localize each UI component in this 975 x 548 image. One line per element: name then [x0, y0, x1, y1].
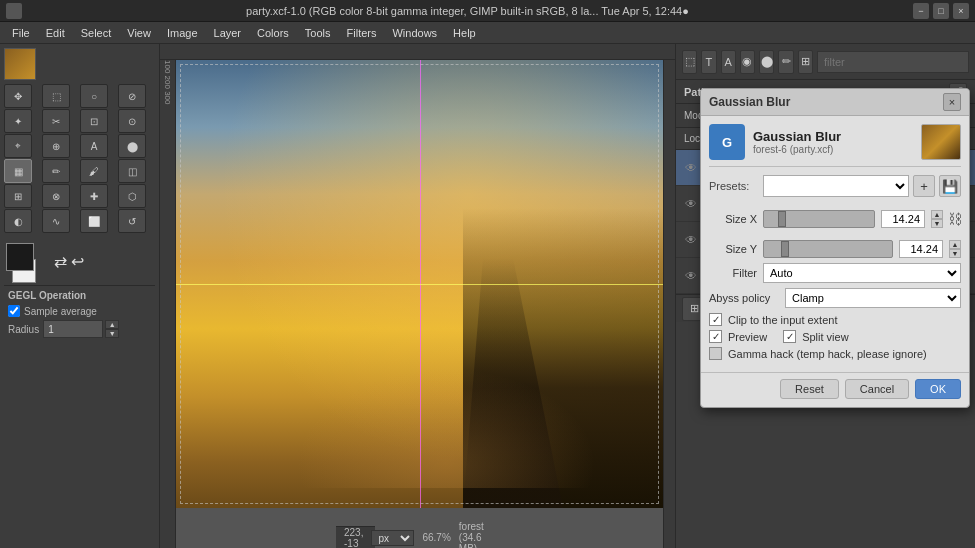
filter-icon-1[interactable]: ⬚ — [682, 50, 697, 74]
menu-file[interactable]: File — [4, 25, 38, 41]
radius-input[interactable] — [43, 320, 103, 338]
tool-measure[interactable]: ⌖ — [4, 134, 32, 158]
split-view-label[interactable]: Split view — [802, 331, 848, 343]
vertical-scrollbar[interactable] — [663, 60, 675, 548]
menu-layer[interactable]: Layer — [206, 25, 250, 41]
preview-splitview-row: ✓ Preview ✓ Split view — [709, 330, 961, 347]
filter-select[interactable]: Auto IIR RLE — [763, 263, 961, 283]
tool-eraser[interactable]: ◫ — [118, 159, 146, 183]
ruler-top: 250 500 750 1000 — [160, 44, 675, 60]
tool-rotate[interactable]: ↺ — [118, 209, 146, 233]
layer-eye-sky[interactable]: 👁 — [682, 195, 700, 213]
tool-dodge[interactable]: ◐ — [4, 209, 32, 233]
presets-label: Presets: — [709, 180, 759, 192]
tool-paintbrush[interactable]: 🖌 — [80, 159, 108, 183]
reset-button[interactable]: Reset — [780, 379, 839, 399]
tool-crop[interactable]: ⬜ — [80, 209, 108, 233]
close-window-button[interactable]: × — [953, 3, 969, 19]
dialog-body: G Gaussian Blur forest-6 (party.xcf) Pre… — [701, 116, 969, 372]
presets-save-button[interactable]: 💾 — [939, 175, 961, 197]
canvas-viewport[interactable] — [176, 60, 663, 508]
tool-clone[interactable]: ⊗ — [42, 184, 70, 208]
size-y-down-arrow[interactable]: ▼ — [949, 249, 961, 258]
presets-select[interactable] — [763, 175, 909, 197]
menu-select[interactable]: Select — [73, 25, 120, 41]
preview-checkbox[interactable]: ✓ — [709, 330, 722, 343]
menu-colors[interactable]: Colors — [249, 25, 297, 41]
unit-select[interactable]: px mm — [371, 530, 414, 546]
filter-icon-6[interactable]: ✏ — [778, 50, 793, 74]
filter-row: Filter Auto IIR RLE — [709, 263, 961, 283]
filter-search-input[interactable] — [817, 51, 969, 73]
size-y-up-arrow[interactable]: ▲ — [949, 240, 961, 249]
ok-button[interactable]: OK — [915, 379, 961, 399]
menu-edit[interactable]: Edit — [38, 25, 73, 41]
filter-icon-3[interactable]: A — [721, 50, 736, 74]
gamma-checkbox-row: Gamma hack (temp hack, please ignore) — [709, 347, 961, 360]
color-area: ⇄ ↩ — [4, 241, 155, 281]
tool-text[interactable]: A — [80, 134, 108, 158]
tool-bucket[interactable]: ⬤ — [118, 134, 146, 158]
menu-tools[interactable]: Tools — [297, 25, 339, 41]
chain-link-icon[interactable]: ⛓ — [949, 203, 961, 235]
menu-image[interactable]: Image — [159, 25, 206, 41]
menu-windows[interactable]: Windows — [384, 25, 445, 41]
filter-icon-7[interactable]: ⊞ — [798, 50, 813, 74]
filter-icon-5[interactable]: ⬤ — [759, 50, 774, 74]
menu-view[interactable]: View — [119, 25, 159, 41]
foreground-color-swatch[interactable] — [6, 243, 34, 271]
menu-help[interactable]: Help — [445, 25, 484, 41]
tool-scissors[interactable]: ✂ — [42, 109, 70, 133]
filter-icon-4[interactable]: ◉ — [740, 50, 755, 74]
size-x-down-arrow[interactable]: ▼ — [931, 219, 943, 228]
minimize-button[interactable]: − — [913, 3, 929, 19]
sample-average-checkbox[interactable] — [8, 305, 20, 317]
filter-iconbar: ⬚ T A ◉ ⬤ ✏ ⊞ — [676, 44, 975, 80]
radius-spinner: ▲ ▼ — [43, 320, 119, 338]
size-y-input[interactable] — [899, 240, 943, 258]
tool-perspective[interactable]: ⬡ — [118, 184, 146, 208]
radius-down-arrow[interactable]: ▼ — [105, 329, 119, 338]
tool-fuzzy-select[interactable]: ✦ — [4, 109, 32, 133]
size-x-input[interactable] — [881, 210, 925, 228]
tool-paths[interactable]: ⊡ — [80, 109, 108, 133]
layer-eye-forest[interactable]: 👁 — [682, 159, 700, 177]
size-y-slider[interactable] — [763, 240, 893, 258]
radius-up-arrow[interactable]: ▲ — [105, 320, 119, 329]
dialog-close-button[interactable]: × — [943, 93, 961, 111]
preview-label[interactable]: Preview — [728, 331, 767, 343]
gamma-checkbox[interactable] — [709, 347, 722, 360]
gamma-label[interactable]: Gamma hack (temp hack, please ignore) — [728, 348, 927, 360]
tool-heal[interactable]: ✚ — [80, 184, 108, 208]
size-x-row: Size X ▲ ▼ ⛓ — [709, 203, 961, 235]
dialog-titlebar: Gaussian Blur × — [701, 89, 969, 116]
tool-airbrush[interactable]: ⊞ — [4, 184, 32, 208]
size-x-slider[interactable] — [763, 210, 875, 228]
layer-eye-sky1[interactable]: 👁 — [682, 231, 700, 249]
clip-checkbox[interactable]: ✓ — [709, 313, 722, 326]
reset-colors-icon[interactable]: ↩ — [71, 252, 84, 271]
presets-add-button[interactable]: + — [913, 175, 935, 197]
menu-filters[interactable]: Filters — [339, 25, 385, 41]
canvas-area[interactable]: 250 500 750 1000 100 200 300 — [160, 44, 675, 548]
layer-eye-background[interactable]: 👁 — [682, 267, 700, 285]
abyss-policy-select[interactable]: Clamp None Loop — [785, 288, 961, 308]
filter-icon-2[interactable]: T — [701, 50, 716, 74]
split-view-checkbox-row: ✓ Split view — [783, 330, 848, 343]
tool-free-select[interactable]: ⊘ — [118, 84, 146, 108]
swap-colors-icon[interactable]: ⇄ — [54, 252, 67, 271]
presets-row: Presets: + 💾 — [709, 175, 961, 197]
tool-smudge[interactable]: ∿ — [42, 209, 70, 233]
maximize-button[interactable]: □ — [933, 3, 949, 19]
split-view-checkbox[interactable]: ✓ — [783, 330, 796, 343]
size-x-up-arrow[interactable]: ▲ — [931, 210, 943, 219]
tool-pencil[interactable]: ✏ — [42, 159, 70, 183]
tool-rect-select[interactable]: ⬚ — [42, 84, 70, 108]
cancel-button[interactable]: Cancel — [845, 379, 909, 399]
tool-zoom[interactable]: ⊕ — [42, 134, 70, 158]
tool-ellipse-select[interactable]: ○ — [80, 84, 108, 108]
clip-label[interactable]: Clip to the input extent — [728, 314, 837, 326]
tool-color-picker[interactable]: ⊙ — [118, 109, 146, 133]
tool-gradient[interactable]: ▦ — [4, 159, 32, 183]
tool-move[interactable]: ✥ — [4, 84, 32, 108]
